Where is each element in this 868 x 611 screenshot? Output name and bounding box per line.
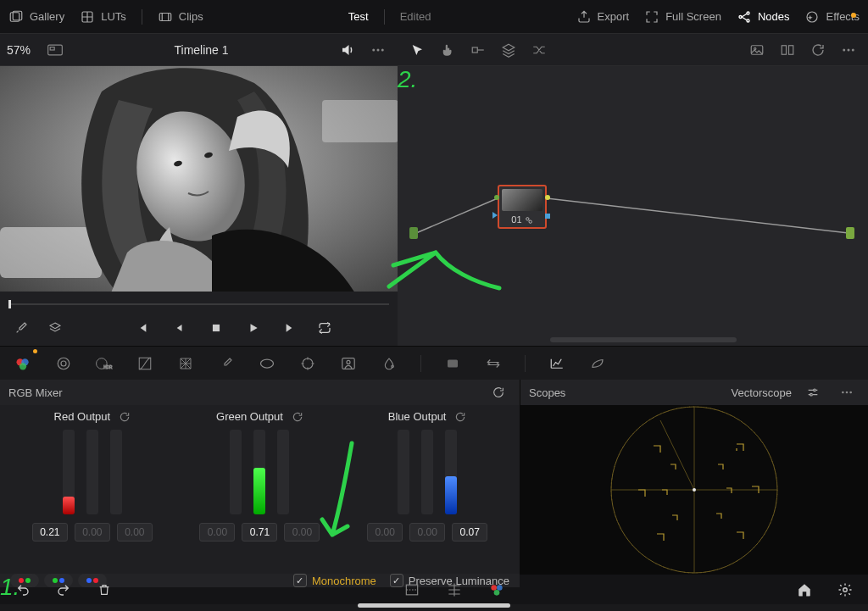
gallery-button[interactable]: Gallery bbox=[8, 9, 64, 25]
node-reset-button[interactable] bbox=[805, 37, 831, 63]
home-button[interactable] bbox=[792, 577, 817, 603]
hdr-button[interactable]: HDR bbox=[92, 351, 117, 376]
red-r-slider[interactable] bbox=[63, 430, 75, 514]
node-image-button[interactable] bbox=[744, 37, 770, 63]
reset-icon[interactable] bbox=[454, 411, 466, 423]
red-b-value[interactable]: 0.00 bbox=[117, 523, 153, 542]
viewer-image[interactable] bbox=[0, 66, 398, 292]
nodes-button[interactable]: Nodes bbox=[737, 9, 790, 25]
node-tool-2[interactable] bbox=[496, 37, 521, 63]
settings-button[interactable] bbox=[832, 577, 858, 603]
blue-g-slider[interactable] bbox=[421, 430, 433, 514]
blue-g-value[interactable]: 0.00 bbox=[409, 523, 445, 542]
zoom-level[interactable]: 57% bbox=[7, 43, 31, 57]
play-button[interactable] bbox=[241, 315, 266, 341]
svg-text:HDR: HDR bbox=[103, 365, 113, 369]
reset-icon[interactable] bbox=[292, 411, 303, 423]
clips-label: Clips bbox=[179, 10, 203, 23]
scopes-settings-button[interactable] bbox=[800, 380, 826, 405]
person-icon bbox=[340, 357, 357, 370]
node-01[interactable]: 01 bbox=[498, 185, 547, 229]
blue-b-slider[interactable] bbox=[445, 430, 457, 514]
audio-button[interactable] bbox=[335, 37, 360, 63]
red-b-slider[interactable] bbox=[110, 430, 122, 514]
eyedropper-button[interactable] bbox=[8, 315, 34, 341]
node-out-rgb[interactable] bbox=[545, 195, 550, 200]
loop-button[interactable] bbox=[312, 315, 337, 341]
red-g-slider[interactable] bbox=[86, 430, 98, 514]
home-icon bbox=[797, 582, 812, 597]
rgb-reset-button[interactable] bbox=[486, 380, 511, 405]
svg-rect-22 bbox=[0, 227, 102, 278]
magic-mask-button[interactable] bbox=[336, 351, 361, 376]
node-label: 01 bbox=[499, 214, 545, 225]
prev-clip-button[interactable] bbox=[129, 315, 154, 341]
blue-output-title: Blue Output bbox=[388, 410, 447, 423]
fullscreen-button[interactable]: Full Screen bbox=[644, 9, 721, 25]
tracker-button[interactable] bbox=[295, 351, 320, 376]
transport-bar bbox=[0, 310, 398, 346]
graph-output[interactable] bbox=[846, 227, 854, 239]
dots-icon bbox=[840, 386, 854, 399]
sliders-icon bbox=[806, 386, 820, 399]
qualifier-button[interactable] bbox=[214, 351, 239, 376]
blue-r-slider[interactable] bbox=[398, 430, 409, 514]
luts-button[interactable]: LUTs bbox=[80, 9, 126, 25]
node-graph-scrollbar[interactable] bbox=[550, 337, 737, 342]
green-r-value[interactable]: 0.00 bbox=[199, 523, 235, 542]
node-split-button[interactable] bbox=[775, 37, 800, 63]
primaries-button[interactable] bbox=[51, 351, 76, 376]
viewer-thumb-button[interactable] bbox=[42, 37, 68, 63]
node-out-alpha[interactable] bbox=[545, 214, 550, 219]
node-in-alpha[interactable] bbox=[492, 212, 498, 219]
green-b-value[interactable]: 0.00 bbox=[284, 523, 320, 542]
dots-icon bbox=[370, 42, 386, 58]
blue-b-value[interactable]: 0.07 bbox=[452, 523, 487, 542]
blur-button[interactable] bbox=[376, 351, 402, 376]
export-button[interactable]: Export bbox=[576, 9, 630, 25]
info-button[interactable] bbox=[585, 351, 610, 376]
green-r-slider[interactable] bbox=[230, 430, 242, 514]
stop-button[interactable] bbox=[203, 315, 229, 341]
stop-icon bbox=[210, 322, 222, 334]
node-tool-3[interactable] bbox=[526, 37, 552, 63]
red-g-value[interactable]: 0.00 bbox=[75, 523, 110, 542]
rgb-mixer-panel: RGB Mixer Red Output 0.21 bbox=[0, 380, 520, 575]
node-in-rgb[interactable] bbox=[494, 195, 499, 200]
color-wheels-button[interactable] bbox=[10, 351, 36, 376]
green-b-slider[interactable] bbox=[277, 430, 289, 514]
home-indicator[interactable] bbox=[358, 603, 510, 608]
curves-button[interactable] bbox=[132, 351, 158, 376]
vectorscope[interactable] bbox=[520, 405, 868, 575]
red-r-value[interactable]: 0.21 bbox=[32, 523, 68, 542]
svg-rect-9 bbox=[50, 47, 54, 49]
warper-button[interactable] bbox=[173, 351, 198, 376]
scopes-mode[interactable]: Vectorscope bbox=[731, 386, 792, 399]
window-button[interactable] bbox=[254, 351, 280, 376]
green-g-value[interactable]: 0.71 bbox=[242, 523, 277, 542]
clips-icon bbox=[158, 9, 173, 25]
step-back-button[interactable] bbox=[166, 315, 192, 341]
node-graph[interactable]: 01 2. bbox=[398, 66, 868, 346]
viewer-menu-button[interactable] bbox=[365, 37, 391, 63]
monochrome-checkbox[interactable]: Monochrome bbox=[293, 574, 376, 587]
graph-input[interactable] bbox=[409, 227, 418, 239]
next-clip-button[interactable] bbox=[278, 315, 303, 341]
clips-button[interactable]: Clips bbox=[158, 9, 203, 25]
layers-button[interactable] bbox=[42, 315, 68, 341]
scopes-menu-button[interactable] bbox=[834, 380, 860, 405]
green-g-slider[interactable] bbox=[253, 430, 265, 514]
selection-tool[interactable] bbox=[404, 37, 430, 63]
notification-dot bbox=[851, 13, 856, 18]
blue-r-value[interactable]: 0.00 bbox=[367, 523, 403, 542]
key-button[interactable] bbox=[440, 351, 465, 376]
scopes-toggle-button[interactable] bbox=[544, 351, 570, 376]
timeline-name[interactable]: Timeline 1 bbox=[174, 43, 228, 57]
node-menu-button[interactable] bbox=[836, 37, 861, 63]
node-tool-1[interactable] bbox=[465, 37, 491, 63]
reset-icon[interactable] bbox=[119, 411, 131, 423]
sizing-button[interactable] bbox=[481, 351, 506, 376]
svg-point-5 bbox=[747, 12, 749, 14]
pan-tool[interactable] bbox=[435, 37, 460, 63]
scrub-bar[interactable] bbox=[8, 300, 389, 308]
